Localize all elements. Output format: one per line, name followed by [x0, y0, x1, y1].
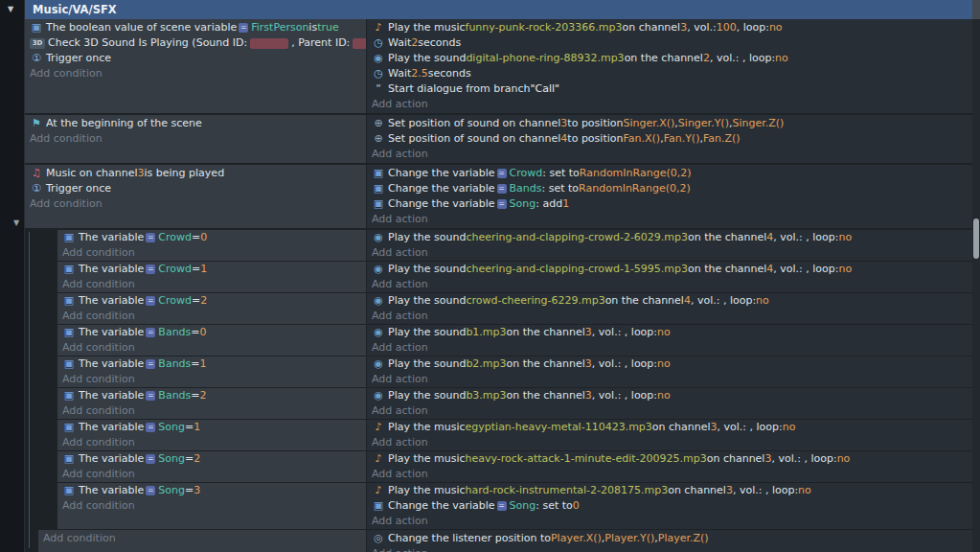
text-segment: 3 [560, 116, 567, 131]
text-segment: 2 [194, 451, 200, 467]
add-action-link[interactable]: Add action [367, 514, 972, 529]
add-action-link[interactable]: Add action [367, 97, 972, 112]
add-condition-link[interactable]: Add condition [57, 309, 366, 324]
sound-position-icon: ⊕ [372, 131, 385, 147]
condition-row[interactable]: ①Trigger once [25, 181, 366, 196]
event-block[interactable]: ⚑At the beginning of the sceneAdd condit… [25, 115, 972, 163]
add-action-link[interactable]: Add action [367, 340, 972, 356]
add-action-link[interactable]: Add action [367, 372, 972, 387]
add-action-link[interactable]: Add action [367, 212, 972, 227]
action-row[interactable]: ⊕Set position of sound on channel 3 to p… [367, 116, 972, 131]
text-segment: hard-rock-instrumental-2-208175.mp3 [466, 483, 669, 498]
action-row[interactable]: ◉Play the sound crowd-cheering-6229.mp3 … [367, 293, 972, 309]
action-row[interactable]: ◎Change the listener position to Player.… [367, 531, 972, 546]
text-segment: 0 [200, 325, 207, 340]
add-condition-link[interactable]: Add condition [57, 435, 366, 450]
condition-row[interactable]: ▣The variable =Song = 3 [57, 483, 366, 498]
add-condition-link[interactable]: Add condition [57, 340, 366, 356]
add-action-link[interactable]: Add action [367, 245, 972, 261]
group-collapse-arrow-icon[interactable]: ▼ [8, 5, 13, 13]
event-block[interactable]: ♫Music on channel 3 is being played①Trig… [25, 165, 972, 228]
condition-row[interactable]: ①Trigger once [25, 51, 366, 66]
action-row[interactable]: ▣Change the variable =Crowd: set to Rand… [367, 166, 972, 181]
add-condition-link[interactable]: Add condition [57, 403, 366, 419]
event-block[interactable]: ▣The variable =Bands = 1Add condition◉Pl… [57, 356, 972, 387]
scrollbar-thumb[interactable] [973, 218, 979, 259]
add-action-link[interactable]: Add action [367, 403, 972, 419]
action-row[interactable]: ◷Wait 2.5 seconds [367, 66, 972, 81]
add-action-link[interactable]: Add action [367, 147, 972, 162]
condition-row[interactable]: ▣The variable =Bands = 1 [57, 356, 366, 372]
condition-row[interactable]: ⚑At the beginning of the scene [25, 116, 366, 131]
text-segment: no [657, 388, 671, 403]
event-block[interactable]: ▣The variable =Song = 2Add condition♪Pla… [57, 451, 972, 482]
action-row[interactable]: ◷Wait 2 seconds [367, 35, 972, 51]
text-segment: 1 [194, 420, 200, 435]
add-action-link[interactable]: Add action [367, 309, 972, 324]
add-condition-link[interactable]: Add condition [57, 277, 366, 292]
add-action-link[interactable]: Add action [367, 277, 972, 292]
action-row[interactable]: ▣Change the variable =Song: set to 0 [367, 498, 972, 514]
condition-row[interactable]: ▣The variable =Bands = 2 [57, 388, 366, 403]
sound-icon: ◉ [372, 51, 385, 66]
condition-row[interactable]: ▣The variable =Crowd = 2 [57, 293, 366, 309]
action-row[interactable]: ◉Play the sound digital-phone-ring-88932… [367, 51, 972, 66]
action-row[interactable]: ◉Play the sound cheering-and-clapping-cr… [367, 230, 972, 245]
subevents-collapse-arrow-icon[interactable]: ▼ [13, 218, 19, 227]
text-segment: The variable [79, 325, 144, 340]
group-header[interactable]: Music/VA/SFX [25, 0, 972, 19]
action-row[interactable]: ◉Play the sound b1.mp3 on the channel 3,… [367, 325, 972, 340]
action-row[interactable]: ◉Play the sound b2.mp3 on the channel 3,… [367, 356, 972, 372]
condition-row[interactable]: ▣The variable =Song = 2 [57, 451, 366, 467]
event-block[interactable]: ▣The variable =Bands = 0Add condition◉Pl… [57, 325, 972, 356]
text-segment: = [185, 451, 194, 467]
add-condition-link[interactable]: Add condition [25, 131, 366, 147]
add-condition-link[interactable]: Add condition [25, 66, 366, 81]
action-row[interactable]: ⊕Set position of sound on channel 4 to p… [367, 131, 972, 147]
add-condition-link[interactable]: Add condition [57, 498, 366, 514]
condition-row[interactable]: ▣The variable =Bands = 0 [57, 325, 366, 340]
text-segment: b3.mp3 [466, 388, 506, 403]
condition-row[interactable]: ♫Music on channel 3 is being played [25, 166, 366, 181]
action-row[interactable]: ◉Play the sound b3.mp3 on the channel 3,… [367, 388, 972, 403]
condition-row[interactable]: 3DCheck 3D Sound Is Playing (Sound ID: ,… [25, 35, 366, 51]
action-row[interactable]: ♪Play the music heavy-rock-attack-1-minu… [367, 451, 972, 467]
add-condition-link[interactable]: Add condition [57, 372, 366, 387]
condition-row[interactable]: ▣The variable =Crowd = 1 [57, 262, 366, 277]
text-segment: Music on channel [46, 166, 138, 181]
condition-row[interactable]: ▣The variable =Song = 1 [57, 420, 366, 435]
event-block[interactable]: ▣The variable =Crowd = 0Add condition◉Pl… [57, 230, 972, 261]
parameter-placeholder[interactable] [250, 38, 288, 49]
add-action-link[interactable]: Add action [367, 467, 972, 482]
add-condition-link[interactable]: Add condition [25, 196, 366, 212]
action-row[interactable]: ▣Change the variable =Bands: set to Rand… [367, 181, 972, 196]
action-row[interactable]: ♪Play the music funny-punk-rock-203366.m… [367, 20, 972, 35]
condition-row[interactable]: ▣The variable =Crowd = 0 [57, 230, 366, 245]
event-block[interactable]: ▣The variable =Song = 3Add condition♪Pla… [57, 483, 972, 529]
add-action-link[interactable]: Add action [367, 435, 972, 450]
event-block[interactable]: ▣The boolean value of scene variable =Fi… [25, 19, 972, 113]
vertical-scrollbar[interactable] [972, 19, 980, 552]
action-row[interactable]: ▣Change the variable =Song: add 1 [367, 196, 972, 212]
text-segment: on channel [668, 483, 726, 498]
add-condition-link[interactable]: Add condition [57, 245, 366, 261]
add-action-link[interactable]: Add action [367, 546, 972, 552]
event-block[interactable]: ▣The variable =Crowd = 2Add condition◉Pl… [57, 293, 972, 324]
action-row[interactable]: ♪Play the music egyptian-heavy-metal-110… [367, 420, 972, 435]
add-condition-link[interactable]: Add condition [57, 467, 366, 482]
actions-cell: ◉Play the sound b2.mp3 on the channel 3,… [367, 356, 972, 387]
condition-row[interactable]: ▣The boolean value of scene variable =Fi… [25, 20, 366, 35]
event-block[interactable]: ▣The variable =Song = 1Add condition♪Pla… [57, 420, 972, 450]
add-condition-link[interactable]: Add condition [38, 531, 366, 546]
parameter-placeholder[interactable] [353, 38, 366, 49]
text-segment: Fan.Z() [703, 131, 741, 147]
actions-cell: ♪Play the music hard-rock-instrumental-2… [367, 483, 972, 529]
action-row[interactable]: ♪Play the music hard-rock-instrumental-2… [367, 483, 972, 498]
event-block[interactable]: ▣The variable =Crowd = 1Add condition◉Pl… [57, 262, 972, 292]
variable-name: Song [510, 498, 536, 514]
action-row[interactable]: “Start dialogue from branch "Call" [367, 81, 972, 97]
event-block[interactable]: Add condition◎Change the listener positi… [38, 530, 972, 552]
action-row[interactable]: ◉Play the sound cheering-and-clapping-cr… [367, 262, 972, 277]
event-block[interactable]: ▣The variable =Bands = 2Add condition◉Pl… [57, 388, 972, 419]
text-segment: digital-phone-ring-88932.mp3 [466, 51, 624, 66]
